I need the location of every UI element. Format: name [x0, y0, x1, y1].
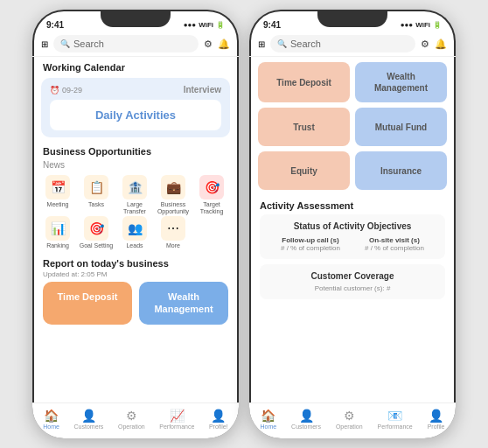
- menu-item-more[interactable]: ⋯ More: [155, 216, 192, 249]
- nav-customers-left[interactable]: 👤 Customers: [74, 409, 104, 430]
- goal-setting-label: Goal Setting: [80, 242, 114, 249]
- operation-icon-right: ⚙: [344, 409, 355, 423]
- menu-item-target-tracking[interactable]: 🎯 Target Tracking: [193, 175, 230, 214]
- large-transfer-icon: 🏦: [122, 175, 147, 200]
- nav-customers-right[interactable]: 👤 Customers: [291, 409, 321, 430]
- search-label-right: Search: [290, 38, 321, 49]
- customers-label-right: Customers: [291, 424, 321, 430]
- status-icons-right: ●●● WiFi 🔋: [401, 21, 442, 29]
- right-phone: 9:41 ●●● WiFi 🔋 ⊞ 🔍 Search ⚙ 🔔 Ti: [249, 10, 456, 438]
- menu-item-large-transfer[interactable]: 🏦 Large Transfer: [116, 175, 153, 214]
- activity-objectives-row: Follow-up call (s) # / % of completion O…: [268, 236, 436, 252]
- search-bar-right: ⊞ 🔍 Search ⚙ 🔔: [249, 32, 456, 57]
- operation-label-right: Operation: [336, 424, 363, 430]
- tasks-label: Tasks: [88, 201, 104, 208]
- follow-up-title: Follow-up call (s): [281, 236, 340, 244]
- insurance-product[interactable]: Insurance: [355, 151, 447, 190]
- search-actions-left: ⚙ 🔔: [204, 38, 230, 50]
- home-label-right: Home: [260, 424, 276, 430]
- time-deposit-product[interactable]: Time Deposit: [258, 62, 350, 102]
- report-updated: Updated at: 2:05 PM: [43, 270, 228, 278]
- menu-item-goal-setting[interactable]: 🎯 Goal Setting: [78, 216, 115, 249]
- business-title: Business Opportunities: [43, 144, 228, 158]
- customer-coverage-card: Customer Coverage Potential customer (s)…: [260, 264, 445, 299]
- performance-icon-right: 📧: [387, 409, 402, 423]
- customers-icon-left: 👤: [81, 409, 96, 423]
- daily-activities-button[interactable]: Daily Activities: [50, 100, 221, 130]
- search-label-left: Search: [73, 38, 104, 49]
- menu-item-meeting[interactable]: 📅 Meeting: [39, 175, 76, 214]
- menu-item-business-opportunity[interactable]: 💼 Business Opportunity: [155, 175, 192, 214]
- mutual-fund-product[interactable]: Mutual Fund: [355, 108, 447, 146]
- time-right: 9:41: [263, 20, 281, 30]
- target-tracking-label: Target Tracking: [193, 201, 230, 214]
- trust-product[interactable]: Trust: [258, 108, 350, 146]
- business-opportunity-label: Business Opportunity: [155, 201, 192, 214]
- right-phone-content: Time Deposit Wealth Management Trust Mut…: [249, 57, 456, 402]
- icon-grid: 📅 Meeting 📋 Tasks 🏦 Large Transfer 💼 Bus…: [32, 172, 239, 253]
- profile-label-right: Profile: [428, 424, 445, 430]
- bell-icon-right[interactable]: 🔔: [435, 38, 447, 50]
- coverage-val: Potential customer (s): #: [268, 284, 436, 292]
- report-title: Report on today's business: [43, 256, 228, 270]
- business-section: Business Opportunities News: [32, 141, 239, 172]
- operation-icon-left: ⚙: [126, 409, 137, 423]
- performance-label-right: Performance: [378, 424, 413, 430]
- nav-operation-right[interactable]: ⚙ Operation: [336, 409, 363, 430]
- left-phone-content: Working Calendar ⏰ 09-29 Interview Daily…: [32, 57, 239, 402]
- wealth-management-card[interactable]: Wealth Management: [139, 282, 228, 325]
- search-actions-right: ⚙ 🔔: [421, 38, 447, 50]
- time-deposit-card[interactable]: Time Deposit: [43, 282, 132, 325]
- tasks-icon: 📋: [84, 175, 108, 200]
- grid-icon-right[interactable]: ⊞: [258, 39, 265, 49]
- search-input-right[interactable]: 🔍 Search: [270, 35, 415, 52]
- ranking-icon: 📊: [45, 216, 70, 241]
- status-icons-left: ●●● WiFi 🔋: [184, 21, 225, 29]
- left-phone: 9:41 ●●● WiFi 🔋 ⊞ 🔍 Search ⚙ 🔔 Working C…: [32, 10, 239, 438]
- nav-home-left[interactable]: 🏠 Home: [43, 409, 59, 430]
- performance-label-left: Performance: [159, 424, 194, 430]
- customers-label-left: Customers: [74, 424, 104, 430]
- onsite-title: On-site visit (s): [365, 236, 424, 244]
- meeting-label: Meeting: [47, 201, 69, 208]
- nav-home-right[interactable]: 🏠 Home: [260, 409, 276, 430]
- activity-objectives-title: Status of Activity Objectives: [268, 221, 436, 231]
- activity-assessment-title: Activity Assessment: [260, 200, 445, 211]
- business-opportunity-icon: 💼: [161, 175, 185, 200]
- phone-notch-right: [317, 10, 387, 27]
- bottom-nav-left: 🏠 Home 👤 Customers ⚙ Operation 📈 Perform…: [32, 402, 239, 438]
- activity-section: Activity Assessment Status of Activity O…: [249, 195, 456, 303]
- menu-item-tasks[interactable]: 📋 Tasks: [78, 175, 115, 214]
- nav-profile-left[interactable]: 👤 Profile!: [209, 409, 228, 430]
- grid-icon-left[interactable]: ⊞: [41, 39, 48, 49]
- profile-icon-right: 👤: [429, 409, 443, 423]
- news-label: News: [43, 160, 228, 170]
- search-icon-right: 🔍: [277, 39, 287, 48]
- equity-product[interactable]: Equity: [258, 151, 350, 190]
- target-tracking-icon: 🎯: [199, 175, 224, 200]
- filter-icon-right[interactable]: ⚙: [421, 38, 429, 50]
- nav-performance-right[interactable]: 📧 Performance: [378, 409, 413, 430]
- calendar-date: ⏰ 09-29: [50, 86, 82, 94]
- profile-icon-left: 👤: [211, 409, 226, 423]
- meeting-icon: 📅: [45, 175, 70, 200]
- wealth-management-product[interactable]: Wealth Management: [355, 62, 447, 102]
- more-icon: ⋯: [161, 216, 185, 241]
- activity-objectives-card: Status of Activity Objectives Follow-up …: [260, 214, 445, 259]
- operation-label-left: Operation: [118, 424, 145, 430]
- profile-label-left: Profile!: [209, 424, 228, 430]
- phone-notch: [101, 10, 171, 27]
- menu-item-leads[interactable]: 👥 Leads: [116, 216, 153, 249]
- interview-badge: Interview: [184, 85, 221, 94]
- filter-icon-left[interactable]: ⚙: [204, 38, 213, 50]
- home-icon-right: 🏠: [261, 409, 275, 423]
- nav-profile-right[interactable]: 👤 Profile: [428, 409, 445, 430]
- nav-operation-left[interactable]: ⚙ Operation: [118, 409, 145, 430]
- calendar-card: ⏰ 09-29 Interview Daily Activities: [41, 78, 230, 137]
- bell-icon-left[interactable]: 🔔: [218, 38, 230, 50]
- search-input-left[interactable]: 🔍 Search: [53, 35, 199, 52]
- onsite-col: On-site visit (s) # / % of completion: [365, 236, 424, 252]
- more-label: More: [166, 242, 180, 249]
- menu-item-ranking[interactable]: 📊 Ranking: [39, 216, 76, 249]
- nav-performance-left[interactable]: 📈 Performance: [159, 409, 194, 430]
